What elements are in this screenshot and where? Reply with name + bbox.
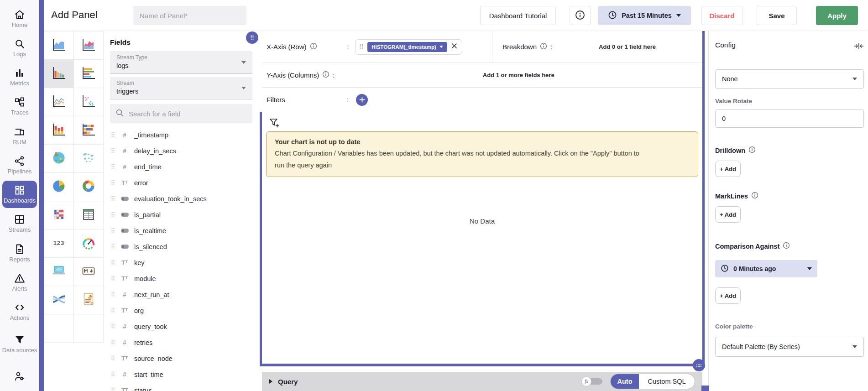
add-filter-button[interactable] [356, 94, 368, 106]
drag-handle-icon[interactable] [111, 386, 115, 391]
collapse-panel-icon[interactable] [854, 42, 864, 52]
sidebar-item-streams[interactable]: Streams [0, 209, 39, 238]
drag-handle-icon[interactable] [111, 259, 115, 267]
chart-type-bar[interactable] [44, 60, 73, 88]
chart-type-area[interactable] [44, 31, 73, 59]
field-item-delay_in_secs[interactable]: #delay_in_secs [104, 143, 258, 159]
chart-type-geo-map[interactable] [44, 145, 73, 172]
y-axis-drop-hint[interactable]: Add 1 or more fields here [335, 72, 702, 78]
dashboard-tutorial-button[interactable]: Dashboard Tutorial [480, 6, 556, 25]
comparison-add-button[interactable]: + Add [715, 287, 741, 304]
chart-type-world-map[interactable] [74, 145, 103, 172]
chart-type-metric[interactable]: 123 [44, 229, 73, 257]
drag-handle-icon[interactable] [111, 163, 115, 171]
chart-type-table[interactable] [74, 201, 103, 229]
chart-type-html-code[interactable]: </> [44, 258, 73, 286]
drag-handle-icon[interactable] [111, 195, 115, 203]
query-splitter-handle[interactable] [693, 359, 705, 371]
save-button[interactable]: Save [757, 6, 797, 25]
chart-type-sankey[interactable] [44, 286, 73, 314]
custom-sql-mode-button[interactable]: Custom SQL [639, 374, 695, 389]
sidebar-item-alerts[interactable]: Alerts [0, 267, 39, 297]
field-item-end_time[interactable]: #end_time [104, 159, 258, 175]
sidebar-item-data-sources[interactable]: Data sources [0, 326, 39, 362]
sidebar-item-rum[interactable]: RUM [0, 121, 39, 150]
field-search-input[interactable] [129, 110, 238, 118]
drilldown-add-button[interactable]: + Add [715, 161, 741, 177]
field-item-error[interactable]: TTerror [104, 175, 258, 191]
drag-handle-icon[interactable] [111, 323, 115, 331]
histogram-field-chip[interactable]: HISTOGRAM(_timestamp) [367, 42, 447, 52]
discard-button[interactable]: Discard [701, 6, 743, 25]
info-button[interactable] [570, 6, 591, 25]
sidebar-item-traces[interactable]: Traces [0, 92, 39, 121]
sidebar-item-actions[interactable]: Actions [0, 297, 39, 326]
drag-handle-icon[interactable] [111, 147, 115, 155]
drag-handle-icon[interactable] [111, 227, 115, 235]
sidebar-item-metrics[interactable]: Metrics [0, 63, 39, 92]
field-item-next_run_at[interactable]: #next_run_at [104, 287, 258, 302]
stream-select[interactable]: Stream triggers [110, 77, 252, 99]
chart-type-scatter[interactable] [74, 88, 103, 116]
add-filter-funnel-icon[interactable] [268, 117, 281, 131]
chart-type-h-stacked-bar[interactable] [74, 116, 103, 144]
chart-type-pie[interactable] [44, 173, 73, 201]
sidebar-item-pipelines[interactable]: Pipelines [0, 150, 39, 179]
chart-right-splitter[interactable] [702, 31, 705, 366]
field-item-_timestamp[interactable]: #_timestamp [104, 127, 258, 143]
field-item-source_node[interactable]: TTsource_node [104, 350, 258, 366]
sidebar-item-reports[interactable]: Reports [0, 238, 39, 267]
drag-handle-icon[interactable] [111, 339, 115, 347]
drag-handle-icon[interactable] [111, 243, 115, 251]
chart-type-line[interactable] [44, 88, 73, 116]
drag-handle-icon[interactable] [111, 275, 115, 283]
sidebar-item-logs[interactable]: Logs [0, 33, 39, 62]
sidebar-item-user-gear[interactable] [0, 362, 39, 391]
chart-type-h-bar[interactable] [74, 60, 103, 88]
panel-name-input[interactable] [133, 6, 246, 25]
chart-type-heatmap[interactable] [44, 201, 73, 229]
field-item-status[interactable]: TTstatus [104, 382, 258, 391]
apply-button[interactable]: Apply [816, 6, 858, 25]
field-item-is_partial[interactable]: is_partial [104, 207, 258, 223]
expand-caret-icon[interactable] [269, 379, 272, 384]
field-item-is_realtime[interactable]: is_realtime [104, 223, 258, 239]
field-item-key[interactable]: TTkey [104, 255, 258, 271]
field-item-module[interactable]: TTmodule [104, 271, 258, 287]
field-item-start_time[interactable]: #start_time [104, 366, 258, 382]
field-item-is_silenced[interactable]: is_silenced [104, 239, 258, 255]
marklines-add-button[interactable]: + Add [715, 206, 741, 223]
chart-left-splitter[interactable] [260, 112, 262, 366]
auto-mode-button[interactable]: Auto [611, 374, 639, 389]
function-toggle[interactable]: fx [581, 376, 605, 386]
drag-handle-icon[interactable] [111, 370, 115, 379]
breakdown-drop-hint[interactable]: Add 0 or 1 field here [552, 43, 702, 50]
field-item-query_took[interactable]: #query_took [104, 318, 258, 334]
chart-type-gauge[interactable] [74, 229, 103, 257]
drag-handle-icon[interactable] [111, 179, 115, 187]
chart-type-donut[interactable] [74, 173, 103, 201]
field-item-retries[interactable]: #retries [104, 334, 258, 350]
drag-handle-icon[interactable] [111, 291, 115, 299]
value-rotate-input[interactable] [715, 109, 864, 128]
config-type-select[interactable]: None [715, 69, 864, 89]
sidebar-item-home[interactable]: Home [0, 4, 39, 33]
sidebar-item-dashboards[interactable]: Dashboards [2, 181, 37, 208]
drag-handle-icon[interactable] [111, 211, 115, 219]
drag-handle-icon[interactable] [111, 307, 115, 315]
comparison-time-select[interactable]: 0 Minutes ago [715, 260, 817, 277]
remove-field-icon[interactable] [451, 42, 458, 51]
color-palette-select[interactable]: Default Palette (By Series) [715, 337, 864, 357]
stream-type-select[interactable]: Stream Type logs [110, 51, 252, 74]
drag-handle-icon[interactable] [111, 131, 115, 139]
drag-dots-icon[interactable] [360, 43, 364, 51]
field-item-org[interactable]: TTorg [104, 302, 258, 318]
chart-type-area-spline[interactable] [74, 31, 103, 59]
chart-type-stacked-bar[interactable] [44, 116, 73, 144]
time-range-button[interactable]: Past 15 Minutes [598, 6, 691, 25]
field-item-evaluation_took_in_secs[interactable]: evaluation_took_in_secs [104, 191, 258, 207]
query-splitter[interactable] [260, 364, 705, 366]
fields-splitter-handle[interactable] [246, 31, 258, 44]
chart-type-markdown[interactable] [74, 258, 103, 286]
drag-handle-icon[interactable] [111, 355, 115, 363]
